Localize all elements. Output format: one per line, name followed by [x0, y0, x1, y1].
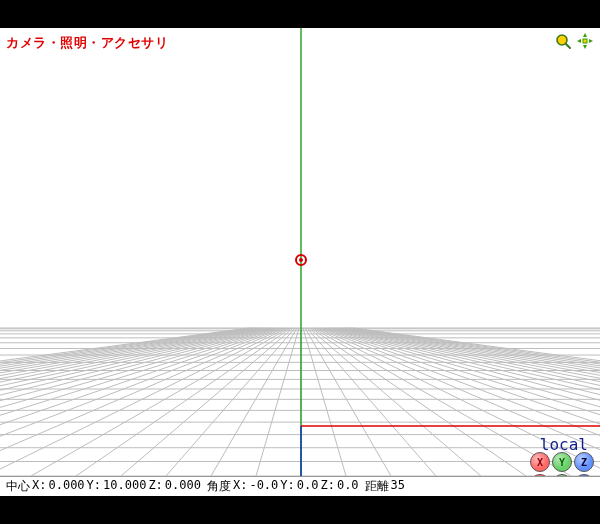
rotate-z-button[interactable]: Z	[574, 452, 594, 472]
letterbox-top	[0, 0, 600, 28]
status-distance: 距離 35	[365, 478, 405, 495]
svg-marker-3	[583, 45, 587, 49]
camera-lighting-accessory-menu[interactable]: カメラ・照明・アクセサリ	[6, 34, 168, 52]
viewport-top-right-icons	[554, 32, 594, 50]
svg-marker-5	[589, 39, 593, 43]
grid-floor	[0, 28, 600, 496]
status-center: 中心 X:0.000 Y:10.000 Z:0.000	[6, 478, 201, 495]
status-bar: 中心 X:0.000 Y:10.000 Z:0.000 角度 X:-0.0 Y:…	[0, 476, 600, 496]
svg-marker-4	[577, 39, 581, 43]
axis-rotate-row: X Y Z	[530, 452, 594, 472]
letterbox-bottom	[0, 496, 600, 524]
origin-marker	[295, 254, 307, 266]
rotate-x-button[interactable]: X	[530, 452, 550, 472]
rotate-y-button[interactable]: Y	[552, 452, 572, 472]
svg-rect-6	[583, 39, 587, 43]
zoom-icon[interactable]	[554, 32, 572, 50]
svg-marker-2	[583, 33, 587, 37]
svg-line-1	[566, 44, 570, 48]
viewport-3d[interactable]: カメラ・照明・アクセサリ local X Y Z	[0, 28, 600, 496]
menu-label-text: カメラ・照明・アクセサリ	[6, 35, 168, 50]
status-angle: 角度 X:-0.0 Y:0.0 Z:0.0	[207, 478, 359, 495]
pan-icon[interactable]	[576, 32, 594, 50]
